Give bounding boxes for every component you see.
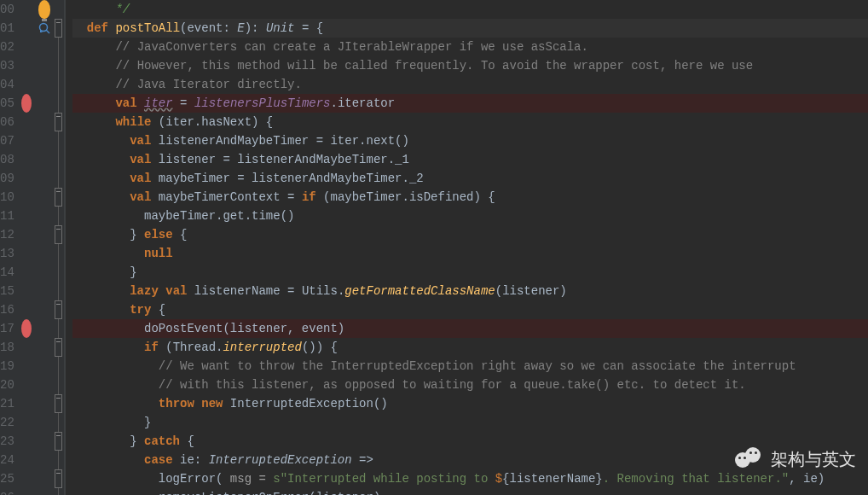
fold-toggle-icon[interactable]	[55, 469, 62, 488]
code-line[interactable]: logError( msg = s"Interrupted while post…	[72, 469, 868, 488]
fold-slot[interactable]	[53, 207, 64, 225]
code-line[interactable]: maybeTimer.get.time()	[72, 207, 868, 225]
code-line[interactable]: val maybeTimerContext = if (maybeTimer.i…	[72, 188, 868, 207]
code-line[interactable]: try {	[72, 300, 868, 319]
code-line[interactable]: */	[72, 0, 868, 19]
code-line[interactable]: while (iter.hasNext) {	[72, 113, 868, 131]
fold-slot[interactable]	[53, 469, 64, 488]
code-line[interactable]: if (Thread.interrupted()) {	[72, 338, 868, 357]
fold-slot[interactable]	[53, 282, 64, 300]
fold-slot[interactable]	[53, 169, 64, 188]
code-line[interactable]: throw new InterruptedException()	[72, 394, 868, 413]
fold-guide	[58, 150, 59, 169]
breakpoint-slot[interactable]	[17, 488, 36, 495]
fold-slot[interactable]	[53, 357, 64, 376]
code-line[interactable]: removeListenerOnError(listener)	[72, 488, 868, 495]
code-line[interactable]: lazy val listenerName = Utils.getFormatt…	[72, 282, 868, 300]
gutter-icon-slot	[36, 338, 53, 357]
breakpoint-slot[interactable]	[17, 319, 36, 338]
breakpoint-slot[interactable]	[17, 413, 36, 432]
code-line[interactable]: val listenerAndMaybeTimer = iter.next()	[72, 131, 868, 150]
fold-slot[interactable]	[53, 131, 64, 150]
breakpoint-icon[interactable]	[21, 319, 32, 338]
code-line[interactable]: // with this listener, as opposed to wai…	[72, 376, 868, 394]
fold-slot[interactable]	[53, 75, 64, 94]
fold-toggle-icon[interactable]	[55, 432, 62, 451]
breakpoint-slot[interactable]	[17, 300, 36, 319]
code-line[interactable]: doPostEvent(listener, event)	[72, 319, 868, 338]
breakpoint-slot[interactable]	[17, 469, 36, 488]
code-line[interactable]: val listener = listenerAndMaybeTimer._1	[72, 150, 868, 169]
breakpoint-slot[interactable]	[17, 75, 36, 94]
code-line[interactable]: def postToAll(event: E): Unit = {	[72, 19, 868, 38]
fold-slot[interactable]	[53, 38, 64, 56]
breakpoint-slot[interactable]	[17, 150, 36, 169]
breakpoint-slot[interactable]	[17, 131, 36, 150]
fold-slot[interactable]	[53, 225, 64, 244]
fold-slot[interactable]	[53, 263, 64, 282]
gutter: 0001020304050607080910111213141516171819…	[0, 0, 66, 495]
code-line[interactable]: } catch {	[72, 432, 868, 451]
breakpoint-slot[interactable]	[17, 94, 36, 113]
breakpoint-slot[interactable]	[17, 338, 36, 357]
fold-slot[interactable]	[53, 432, 64, 451]
breakpoint-slot[interactable]	[17, 263, 36, 282]
fold-toggle-icon[interactable]	[55, 338, 62, 357]
breakpoint-slot[interactable]	[17, 451, 36, 469]
code-line[interactable]: val iter = listenersPlusTimers.iterator	[72, 94, 868, 113]
code-line[interactable]: val maybeTimer = listenerAndMaybeTimer._…	[72, 169, 868, 188]
fold-slot[interactable]	[53, 338, 64, 357]
fold-toggle-icon[interactable]	[55, 19, 62, 38]
fold-slot[interactable]	[53, 56, 64, 75]
breakpoint-slot[interactable]	[17, 432, 36, 451]
breakpoint-slot[interactable]	[17, 376, 36, 394]
code-area[interactable]: */ def postToAll(event: E): Unit = { // …	[66, 0, 868, 495]
breakpoint-slot[interactable]	[17, 394, 36, 413]
fold-slot[interactable]	[53, 244, 64, 263]
fold-slot[interactable]	[53, 188, 64, 207]
fold-slot[interactable]	[53, 488, 64, 495]
breakpoint-slot[interactable]	[17, 38, 36, 56]
fold-slot[interactable]	[53, 319, 64, 338]
fold-column[interactable]	[53, 0, 65, 495]
breakpoint-slot[interactable]	[17, 225, 36, 244]
code-line[interactable]: // Java Iterator directly.	[72, 75, 868, 94]
fold-slot[interactable]	[53, 113, 64, 131]
breakpoint-slot[interactable]	[17, 169, 36, 188]
fold-toggle-icon[interactable]	[55, 225, 62, 244]
breakpoint-slot[interactable]	[17, 244, 36, 263]
implements-icon[interactable]	[38, 22, 50, 34]
lightbulb-icon[interactable]	[38, 0, 50, 19]
fold-slot[interactable]	[53, 300, 64, 319]
breakpoint-slot[interactable]	[17, 56, 36, 75]
fold-slot[interactable]	[53, 451, 64, 469]
fold-toggle-icon[interactable]	[55, 188, 62, 207]
code-line[interactable]: null	[72, 244, 868, 263]
fold-slot[interactable]	[53, 394, 64, 413]
fold-slot[interactable]	[53, 19, 64, 38]
fold-toggle-icon[interactable]	[55, 300, 62, 319]
breakpoint-slot[interactable]	[17, 113, 36, 131]
code-line[interactable]: // We want to throw the InterruptedExcep…	[72, 357, 868, 376]
fold-slot[interactable]	[53, 150, 64, 169]
code-line[interactable]: // However, this method will be called f…	[72, 56, 868, 75]
fold-slot[interactable]	[53, 94, 64, 113]
code-line[interactable]: }	[72, 263, 868, 282]
breakpoint-slot[interactable]	[17, 0, 36, 19]
code-line[interactable]: } else {	[72, 225, 868, 244]
code-line[interactable]: }	[72, 413, 868, 432]
breakpoint-icon[interactable]	[21, 94, 32, 113]
breakpoint-slot[interactable]	[17, 207, 36, 225]
fold-slot[interactable]	[53, 376, 64, 394]
breakpoint-slot[interactable]	[17, 357, 36, 376]
fold-toggle-icon[interactable]	[55, 113, 62, 131]
fold-slot[interactable]	[53, 0, 64, 19]
breakpoint-slot[interactable]	[17, 19, 36, 38]
code-line[interactable]: // JavaConverters can create a JIterable…	[72, 38, 868, 56]
breakpoint-slot[interactable]	[17, 282, 36, 300]
breakpoint-slot[interactable]	[17, 188, 36, 207]
code-line[interactable]: case ie: InterruptedException =>	[72, 451, 868, 469]
breakpoint-column[interactable]	[17, 0, 36, 495]
fold-slot[interactable]	[53, 413, 64, 432]
fold-toggle-icon[interactable]	[55, 394, 62, 413]
